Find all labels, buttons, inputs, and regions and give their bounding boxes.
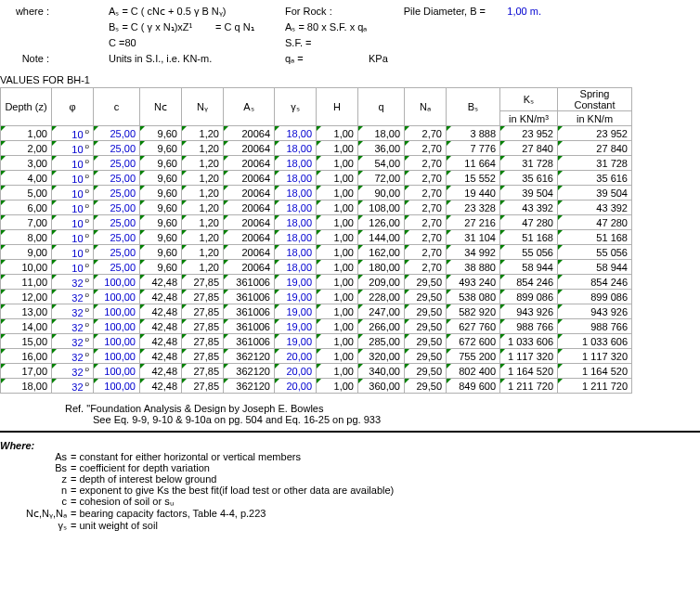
reference-line-1: Ref. "Foundation Analysis & Design by Jo… [65,403,700,414]
table-cell: 5,00 [1,186,52,200]
where-item-label: Nᴄ,Nᵧ,Nₐ [0,508,67,520]
degree-symbol: o [85,201,89,210]
table-cell: 32o [52,364,94,379]
table-cell: 31 728 [500,156,558,171]
table-cell: 9,60 [140,260,182,275]
table-cell: 10o [52,260,94,275]
bs-formula-2: = C q N₁ [214,19,283,35]
where-item-text: = constant for either horizontal or vert… [71,451,301,462]
table-cell: 7,00 [1,215,52,230]
table-cell: 42,48 [140,304,182,319]
where-label: where : [0,4,51,19]
where-item-label: n [0,485,67,496]
table-cell: 1,00 [317,245,358,260]
table-cell: 32o [52,275,94,290]
table-cell: 12,00 [1,290,52,304]
table-cell: 988 766 [500,319,558,334]
table-cell: 36,00 [358,141,405,156]
table-row: 10,0010o25,009,601,202006418,001,00180,0… [1,260,632,275]
table-cell: 1,20 [182,156,224,171]
where-item-label: γₛ [0,520,67,532]
qa-formula: qₐ = [283,51,367,67]
table-cell: 19,00 [275,319,317,334]
table-cell: 18,00 [275,245,317,260]
table-cell: 4,00 [1,171,52,186]
table-cell: 1,00 [317,275,358,290]
table-cell: 1,20 [182,126,224,141]
table-cell: 9,60 [140,126,182,141]
col-ys: γₛ [275,88,317,126]
table-cell: 18,00 [275,230,317,245]
where-item: n= exponent to give Ks the best fit(if l… [0,485,700,496]
col-as: Aₛ [224,88,275,126]
table-cell: 25,00 [94,215,140,230]
note-label: Note : [0,51,51,67]
table-cell: 42,48 [140,319,182,334]
table-cell: 8,00 [1,230,52,245]
table-row: 6,0010o25,009,601,202006418,001,00108,00… [1,200,632,215]
table-cell: 100,00 [94,334,140,349]
phi-value: 32 [71,336,83,347]
table-cell: 9,60 [140,156,182,171]
table-cell: 27,85 [182,304,224,319]
table-cell: 32o [52,379,94,394]
table-cell: 27,85 [182,364,224,379]
table-cell: 18,00 [275,215,317,230]
data-table: Depth (z) φ c Nᴄ Nᵧ Aₛ γₛ H q Nₐ Bₛ Kₛ S… [0,87,632,394]
table-cell: 100,00 [94,275,140,290]
table-cell: 854 246 [500,275,558,290]
table-cell: 849 600 [447,379,500,394]
table-cell: 362120 [224,379,275,394]
table-cell: 854 246 [558,275,632,290]
table-cell: 43 392 [558,200,632,215]
table-cell: 162,00 [358,245,405,260]
table-cell: 988 766 [558,319,632,334]
phi-value: 10 [71,173,83,184]
table-cell: 29,50 [405,319,447,334]
table-cell: 1 033 606 [500,334,558,349]
table-cell: 361006 [224,334,275,349]
where-item-text: = cohesion of soil or sᵤ [71,496,174,507]
table-cell: 672 600 [447,334,500,349]
table-cell: 39 504 [558,186,632,200]
table-cell: 10o [52,245,94,260]
degree-symbol: o [85,261,89,269]
table-cell: 10o [52,141,94,156]
where-item: z= depth of interest below ground [0,473,700,485]
reference-line-2: See Eq. 9-9, 9-10 & 9-10a on pg. 504 and… [65,414,700,425]
table-cell: 29,50 [405,304,447,319]
where-item: As= constant for either horizontal or ve… [0,451,700,462]
phi-value: 10 [71,232,83,243]
bs-formula: Bₛ = C ( γ x N₁)xZ¹ [107,19,214,35]
table-cell: 31 104 [447,230,500,245]
table-cell: 10o [52,126,94,141]
phi-value: 32 [71,306,83,317]
table-cell: 1 164 520 [558,364,632,379]
table-cell: 538 080 [447,290,500,304]
table-cell: 1,20 [182,141,224,156]
table-cell: 10o [52,230,94,245]
table-cell: 34 992 [447,245,500,260]
kpa-label: KPa [367,51,413,67]
table-cell: 18,00 [1,379,52,394]
phi-value: 10 [71,143,83,154]
phi-value: 32 [71,381,83,392]
table-cell: 42,48 [140,334,182,349]
table-cell: 1,20 [182,171,224,186]
table-cell: 100,00 [94,290,140,304]
degree-symbol: o [85,305,89,314]
table-cell: 32o [52,304,94,319]
table-cell: 42,48 [140,290,182,304]
table-cell: 18,00 [358,126,405,141]
c-formula: C =80 [107,35,283,51]
table-cell: 899 086 [558,290,632,304]
table-row: 15,0032o100,0042,4827,8536100619,001,002… [1,334,632,349]
table-cell: 180,00 [358,260,405,275]
table-cell: 10o [52,171,94,186]
table-cell: 285,00 [358,334,405,349]
table-cell: 362120 [224,349,275,364]
table-cell: 54,00 [358,156,405,171]
table-cell: 360,00 [358,379,405,394]
phi-value: 10 [71,262,83,273]
table-cell: 35 616 [500,171,558,186]
